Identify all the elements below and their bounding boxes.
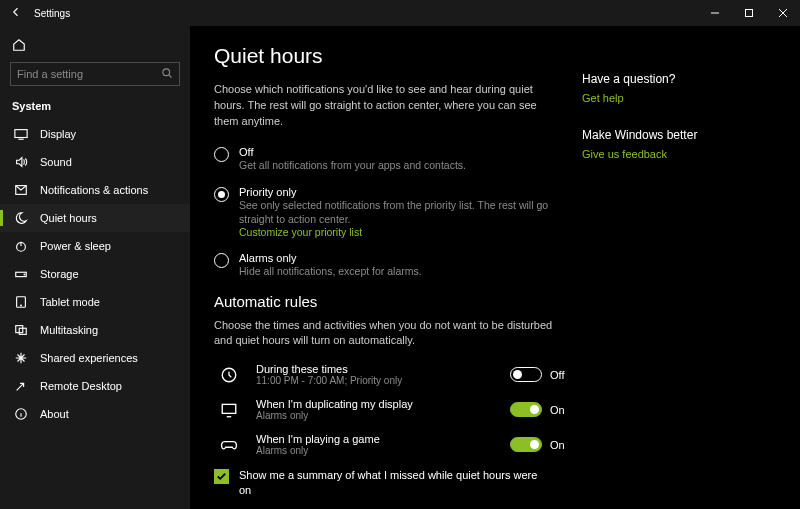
- sidebar: System Display Sound Notifications & act…: [0, 26, 190, 509]
- sidebar-item-about[interactable]: About: [0, 400, 190, 428]
- rule-sub: Alarms only: [256, 445, 498, 456]
- shared-icon: [14, 351, 28, 365]
- rules-heading: Automatic rules: [214, 293, 570, 310]
- sidebar-item-remote[interactable]: Remote Desktop: [0, 372, 190, 400]
- option-sub: Get all notifications from your apps and…: [239, 158, 466, 172]
- toggle-label: Off: [550, 369, 570, 381]
- toggle-switch[interactable]: [510, 437, 542, 452]
- rule-duplicating-display[interactable]: When I'm duplicating my display Alarms o…: [214, 398, 570, 421]
- sidebar-item-label: About: [40, 408, 69, 420]
- rule-title: During these times: [256, 363, 498, 375]
- aside: Have a question? Get help Make Windows b…: [582, 44, 752, 509]
- page-title: Quiet hours: [214, 44, 570, 68]
- radio-icon[interactable]: [214, 187, 229, 202]
- notifications-icon: [14, 183, 28, 197]
- back-icon[interactable]: [10, 6, 22, 20]
- sidebar-item-label: Tablet mode: [40, 296, 100, 308]
- svg-point-8: [21, 305, 22, 306]
- option-alarms[interactable]: Alarms only Hide all notifications, exce…: [214, 252, 570, 278]
- checkbox-icon[interactable]: [214, 469, 229, 484]
- sidebar-item-sound[interactable]: Sound: [0, 148, 190, 176]
- window-title: Settings: [34, 8, 70, 19]
- sidebar-item-storage[interactable]: Storage: [0, 260, 190, 288]
- sidebar-item-label: Sound: [40, 156, 72, 168]
- multitasking-icon: [14, 323, 28, 337]
- svg-rect-13: [222, 404, 236, 413]
- search-box[interactable]: [10, 62, 180, 86]
- radio-icon[interactable]: [214, 147, 229, 162]
- rule-sub: Alarms only: [256, 410, 498, 421]
- customize-priority-link[interactable]: Customize your priority list: [239, 226, 549, 238]
- toggle-label: On: [550, 439, 570, 451]
- get-help-link[interactable]: Get help: [582, 92, 742, 104]
- rules-description: Choose the times and activities when you…: [214, 318, 554, 350]
- toggle-label: On: [550, 404, 570, 416]
- search-icon: [161, 67, 173, 81]
- sidebar-item-display[interactable]: Display: [0, 120, 190, 148]
- monitor-icon: [214, 401, 244, 419]
- summary-checkbox-row[interactable]: Show me a summary of what I missed while…: [214, 468, 570, 498]
- option-title: Off: [239, 146, 466, 158]
- info-icon: [14, 407, 28, 421]
- feedback-link[interactable]: Give us feedback: [582, 148, 742, 160]
- sidebar-item-power[interactable]: Power & sleep: [0, 232, 190, 260]
- tablet-icon: [14, 295, 28, 309]
- clock-icon: [214, 366, 244, 384]
- minimize-button[interactable]: [698, 0, 732, 26]
- moon-icon: [14, 211, 28, 225]
- feedback-heading: Make Windows better: [582, 128, 742, 142]
- game-icon: [214, 436, 244, 454]
- sidebar-item-label: Remote Desktop: [40, 380, 122, 392]
- page-description: Choose which notifications you'd like to…: [214, 82, 554, 130]
- sidebar-item-label: Shared experiences: [40, 352, 138, 364]
- power-icon: [14, 239, 28, 253]
- close-button[interactable]: [766, 0, 800, 26]
- sidebar-item-label: Quiet hours: [40, 212, 97, 224]
- option-off[interactable]: Off Get all notifications from your apps…: [214, 146, 570, 172]
- option-sub: Hide all notifications, except for alarm…: [239, 264, 422, 278]
- sidebar-item-tablet[interactable]: Tablet mode: [0, 288, 190, 316]
- checkbox-label: Show me a summary of what I missed while…: [239, 468, 539, 498]
- maximize-button[interactable]: [732, 0, 766, 26]
- svg-rect-0: [746, 10, 753, 17]
- option-sub: See only selected notifications from the…: [239, 198, 549, 226]
- main-content: Quiet hours Choose which notifications y…: [190, 44, 582, 509]
- question-heading: Have a question?: [582, 72, 742, 86]
- remote-icon: [14, 379, 28, 393]
- rule-during-times[interactable]: During these times 11:00 PM - 7:00 AM; P…: [214, 363, 570, 386]
- rule-sub: 11:00 PM - 7:00 AM; Priority only: [256, 375, 498, 386]
- option-title: Alarms only: [239, 252, 422, 264]
- toggle-switch[interactable]: [510, 402, 542, 417]
- display-icon: [14, 127, 28, 141]
- titlebar: Settings: [0, 0, 800, 26]
- sidebar-item-shared[interactable]: Shared experiences: [0, 344, 190, 372]
- sidebar-item-label: Storage: [40, 268, 79, 280]
- sidebar-item-label: Multitasking: [40, 324, 98, 336]
- sound-icon: [14, 155, 28, 169]
- svg-rect-2: [15, 130, 27, 138]
- svg-point-1: [163, 69, 170, 76]
- sidebar-item-label: Power & sleep: [40, 240, 111, 252]
- svg-point-6: [24, 274, 25, 275]
- rule-title: When I'm duplicating my display: [256, 398, 498, 410]
- toggle-switch[interactable]: [510, 367, 542, 382]
- sidebar-item-label: Notifications & actions: [40, 184, 148, 196]
- sidebar-item-label: Display: [40, 128, 76, 140]
- search-input[interactable]: [17, 68, 161, 80]
- option-priority[interactable]: Priority only See only selected notifica…: [214, 186, 570, 238]
- storage-icon: [14, 267, 28, 281]
- rule-playing-game[interactable]: When I'm playing a game Alarms only On: [214, 433, 570, 456]
- sidebar-heading: System: [0, 100, 190, 120]
- option-title: Priority only: [239, 186, 549, 198]
- home-button[interactable]: [0, 34, 190, 62]
- sidebar-item-notifications[interactable]: Notifications & actions: [0, 176, 190, 204]
- sidebar-item-quiet-hours[interactable]: Quiet hours: [0, 204, 190, 232]
- sidebar-item-multitasking[interactable]: Multitasking: [0, 316, 190, 344]
- rule-title: When I'm playing a game: [256, 433, 498, 445]
- radio-icon[interactable]: [214, 253, 229, 268]
